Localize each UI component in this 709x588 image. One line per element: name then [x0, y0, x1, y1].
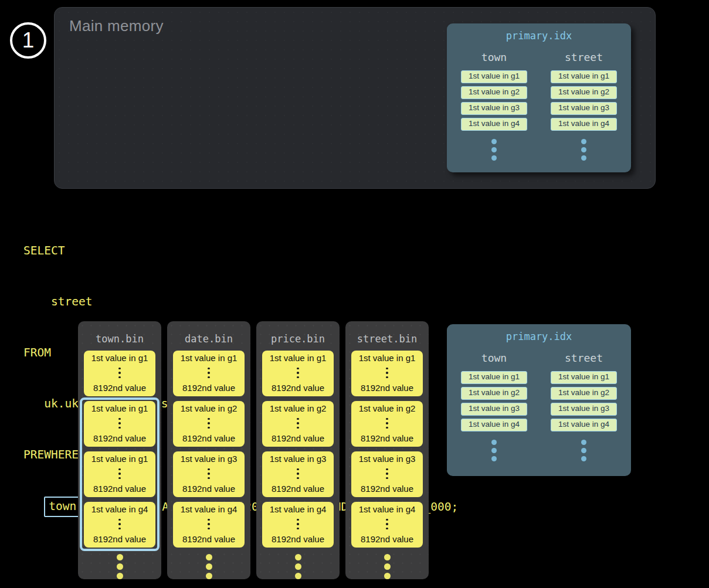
- granule-last-value: 8192nd value: [272, 383, 324, 393]
- ellipsis-dots-icon: [581, 440, 586, 461]
- index-column-header: street: [565, 352, 603, 364]
- ellipsis-dots-icon: [491, 139, 497, 161]
- granule-block: 1st value in g4 8192nd value: [262, 502, 334, 548]
- sql-line: street: [23, 293, 458, 310]
- granule-last-value: 8192nd value: [93, 484, 146, 494]
- column-files-row: town.bin 1st value in g1 8192nd value 1s…: [78, 321, 429, 579]
- granule-first-value: 1st value in g1: [181, 353, 238, 363]
- granule-first-value: 1st value in g1: [91, 353, 148, 363]
- ellipsis-dots-icon: [118, 418, 121, 429]
- granule-last-value: 8192nd value: [361, 433, 413, 443]
- ellipsis-dots-icon: [208, 418, 210, 429]
- granule-first-value: 1st value in g2: [270, 403, 327, 413]
- granule-last-value: 8192nd value: [93, 433, 146, 443]
- granule-first-value: 1st value in g2: [359, 403, 416, 413]
- granule-last-value: 8192nd value: [182, 383, 235, 393]
- granule-block: 1st value in g4 8192nd value: [173, 502, 245, 548]
- diagram-canvas: 1 Main memory primary.idx town 1st value…: [0, 0, 709, 588]
- column-file-title: price.bin: [271, 333, 325, 345]
- primary-idx-panel-memory: primary.idx town 1st value in g1 1st val…: [447, 23, 631, 172]
- granule-last-value: 8192nd value: [272, 484, 324, 494]
- column-file-title: date.bin: [185, 333, 233, 345]
- granule-block: 1st value in g3 8192nd value: [173, 451, 245, 497]
- ellipsis-dots-icon: [295, 554, 301, 579]
- granule-stack: 1st value in g1 8192nd value 1st value i…: [262, 351, 334, 552]
- ellipsis-dots-icon: [297, 368, 299, 379]
- granule-block: 1st value in g4 8192nd value: [351, 502, 423, 548]
- granule-block: 1st value in g1 8192nd value: [351, 351, 423, 396]
- ellipsis-dots-icon: [386, 519, 388, 530]
- index-entry: 1st value in g4: [461, 419, 527, 431]
- index-entry: 1st value in g3: [551, 102, 617, 115]
- granule-first-value: 1st value in g3: [181, 454, 238, 464]
- granule-first-value: 1st value in g3: [270, 454, 327, 464]
- ellipsis-dots-icon: [297, 468, 299, 480]
- granule-block: 1st value in g1 8192nd value: [173, 351, 245, 396]
- primary-idx-title: primary.idx: [447, 30, 631, 42]
- granule-stack: 1st value in g1 8192nd value 1st value i…: [84, 351, 155, 552]
- ellipsis-dots-icon: [581, 139, 586, 161]
- granule-last-value: 8192nd value: [361, 383, 413, 393]
- granule-block: 1st value in g3 8192nd value: [351, 451, 423, 497]
- column-file-price-bin: price.bin 1st value in g1 8192nd value 1…: [256, 321, 340, 579]
- index-entry: 1st value in g2: [461, 86, 527, 99]
- index-column-town: town 1st value in g1 1st value in g2 1st…: [461, 352, 527, 461]
- main-memory-title: Main memory: [69, 17, 164, 35]
- ellipsis-dots-icon: [386, 468, 388, 480]
- granule-block: 1st value in g2 8192nd value: [173, 401, 245, 447]
- index-entry: 1st value in g3: [551, 403, 617, 416]
- granule-last-value: 8192nd value: [93, 534, 146, 544]
- granule-last-value: 8192nd value: [272, 433, 324, 443]
- granule-first-value: 1st value in g1: [91, 403, 148, 413]
- granule-stack: 1st value in g1 8192nd value 1st value i…: [173, 351, 245, 552]
- ellipsis-dots-icon: [118, 468, 121, 480]
- granule-last-value: 8192nd value: [361, 534, 413, 544]
- ellipsis-dots-icon: [208, 519, 210, 530]
- column-file-street-bin: street.bin 1st value in g1 8192nd value …: [345, 321, 429, 579]
- index-entry: 1st value in g2: [551, 387, 617, 400]
- granule-first-value: 1st value in g4: [359, 504, 416, 514]
- index-entry: 1st value in g3: [461, 102, 527, 115]
- granule-block: 1st value in g1 8192nd value: [262, 351, 334, 396]
- step-number-badge: 1: [10, 22, 46, 59]
- granule-first-value: 1st value in g2: [181, 403, 238, 413]
- granule-first-value: 1st value in g1: [359, 353, 416, 363]
- ellipsis-dots-icon: [384, 554, 391, 579]
- ellipsis-dots-icon: [208, 368, 210, 379]
- ellipsis-dots-icon: [206, 554, 212, 579]
- index-entry: 1st value in g3: [461, 403, 527, 416]
- granule-first-value: 1st value in g1: [270, 353, 327, 363]
- index-entry: 1st value in g1: [551, 371, 617, 384]
- index-entry: 1st value in g2: [461, 387, 527, 400]
- index-entry: 1st value in g1: [461, 371, 527, 384]
- granule-block: 1st value in g4 8192nd value: [84, 502, 155, 548]
- index-entry: 1st value in g1: [461, 70, 527, 83]
- granule-first-value: 1st value in g4: [270, 504, 327, 514]
- index-column-street: street 1st value in g1 1st value in g2 1…: [551, 352, 617, 461]
- sql-line: SELECT: [23, 242, 458, 259]
- granule-block: 1st value in g3 8192nd value: [262, 451, 334, 497]
- granule-last-value: 8192nd value: [361, 484, 413, 494]
- granule-block: 1st value in g1 8192nd value: [84, 451, 155, 497]
- ellipsis-dots-icon: [117, 554, 123, 579]
- granule-first-value: 1st value in g1: [91, 454, 148, 464]
- index-column-street: street 1st value in g1 1st value in g2 1…: [551, 51, 617, 161]
- index-entry: 1st value in g4: [551, 419, 617, 431]
- ellipsis-dots-icon: [297, 519, 299, 530]
- sql-indent: [23, 498, 44, 515]
- index-column-header: street: [565, 51, 603, 63]
- granule-first-value: 1st value in g3: [359, 454, 416, 464]
- index-entry: 1st value in g2: [551, 86, 617, 99]
- column-file-title: street.bin: [357, 333, 417, 345]
- column-file-town-bin: town.bin 1st value in g1 8192nd value 1s…: [78, 321, 161, 579]
- primary-idx-columns: town 1st value in g1 1st value in g2 1st…: [447, 352, 631, 461]
- granule-block: 1st value in g2 8192nd value: [262, 401, 334, 447]
- index-column-header: town: [481, 51, 507, 63]
- granule-last-value: 8192nd value: [182, 484, 235, 494]
- primary-idx-panel-disk: primary.idx town 1st value in g1 1st val…: [447, 324, 631, 476]
- index-entry: 1st value in g4: [461, 118, 527, 131]
- granule-last-value: 8192nd value: [272, 534, 324, 544]
- ellipsis-dots-icon: [386, 368, 388, 379]
- granule-last-value: 8192nd value: [182, 534, 235, 544]
- step-number: 1: [22, 28, 35, 53]
